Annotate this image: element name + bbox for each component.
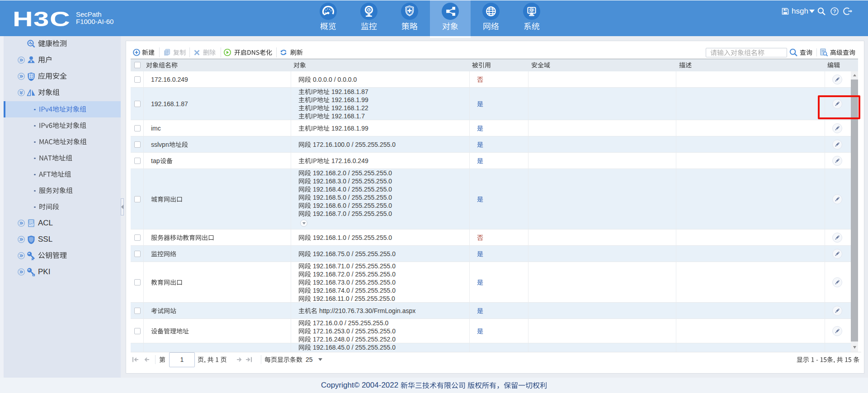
svg-text:ACL: ACL [29,224,33,226]
svg-text:?: ? [833,9,836,14]
